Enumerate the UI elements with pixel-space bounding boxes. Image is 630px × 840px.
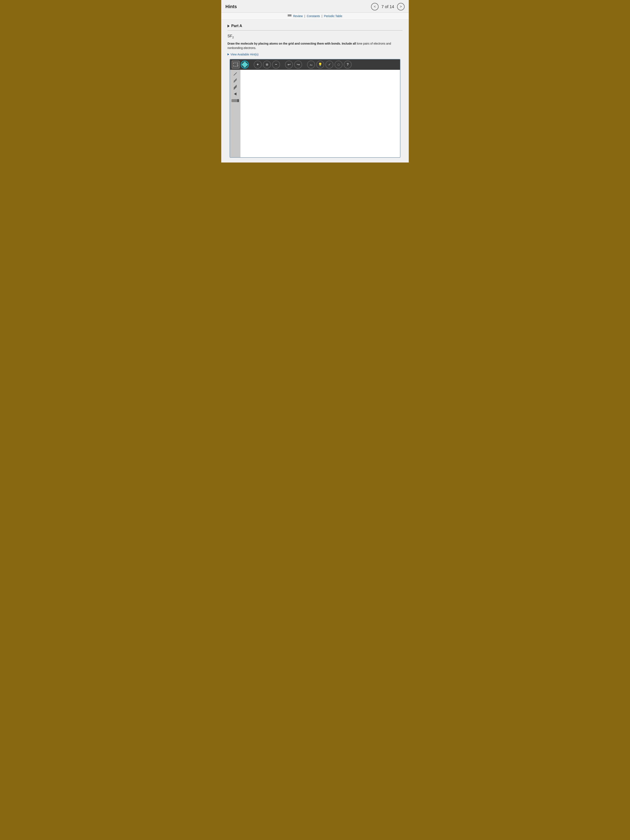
screen: Hints < 7 of 14 > Review | Constants | P…	[221, 0, 409, 163]
pagination-text: 7 of 14	[382, 5, 394, 9]
prev-button[interactable]: <	[371, 3, 379, 10]
content-area: Part A SF2 Draw the molecule by placing …	[221, 20, 409, 160]
canvas-wrapper	[230, 70, 400, 157]
periodic-table-link[interactable]: Periodic Table	[324, 14, 342, 18]
text-icon	[309, 63, 312, 66]
constants-link[interactable]: Constants	[307, 14, 320, 18]
undo-button[interactable]	[285, 61, 293, 68]
molecule-subscript: 2	[232, 36, 234, 39]
zoom-fit-icon	[265, 63, 268, 66]
review-icon	[288, 14, 292, 17]
review-links: Review | Constants | Periodic Table	[293, 14, 342, 18]
redo-button[interactable]	[294, 61, 302, 68]
help-button[interactable]	[344, 61, 352, 68]
double-bond-tool[interactable]	[232, 78, 239, 84]
pagination-controls: < 7 of 14 >	[371, 3, 404, 10]
more-options-icon: ◯	[338, 63, 340, 66]
separator-1: |	[305, 14, 306, 18]
bulb-icon	[318, 63, 322, 66]
part-label: Part A	[231, 24, 242, 28]
selector-icon	[233, 63, 238, 66]
lone-pair-icon	[232, 99, 239, 102]
next-button[interactable]: >	[397, 3, 404, 10]
single-bond-icon	[234, 72, 237, 76]
left-sidebar	[230, 70, 240, 157]
text-tool-button[interactable]	[307, 61, 315, 68]
separator-2: |	[322, 14, 323, 18]
review-link[interactable]: Review	[293, 14, 303, 18]
zoom-in-icon	[257, 62, 259, 67]
lone-pair-tool[interactable]	[232, 98, 239, 104]
hint-link[interactable]: View Available Hint(s)	[227, 53, 403, 56]
top-bar: Hints < 7 of 14 >	[221, 0, 409, 13]
eraser-tool-button[interactable]	[241, 61, 249, 68]
eraser-icon	[242, 61, 248, 68]
arrow-tool[interactable]	[232, 91, 239, 97]
triple-bond-icon	[233, 86, 237, 88]
check-button[interactable]	[325, 61, 333, 68]
review-bar: Review | Constants | Periodic Table	[221, 13, 409, 20]
arrow-icon	[234, 93, 237, 95]
hint-link-text: View Available Hint(s)	[231, 53, 259, 56]
zoom-in-button[interactable]	[254, 61, 262, 68]
redo-icon	[297, 62, 300, 67]
selector-tool-button[interactable]	[232, 61, 240, 68]
single-bond-tool[interactable]	[232, 71, 239, 77]
hints-title: Hints	[226, 4, 237, 9]
drawing-area: ◯	[230, 59, 400, 158]
more-options-button[interactable]: ◯	[335, 61, 343, 68]
instruction-text: Draw the molecule by placing atoms on th…	[227, 41, 403, 50]
triple-bond-tool[interactable]	[232, 84, 239, 90]
check-icon	[328, 63, 331, 66]
zoom-fit-button[interactable]	[263, 61, 271, 68]
canvas-surface[interactable]	[240, 70, 400, 157]
double-bond-icon	[233, 80, 237, 81]
hint-tool-button[interactable]	[316, 61, 324, 68]
molecule-label: SF2	[227, 34, 403, 39]
molecule-symbol: SF	[227, 34, 232, 38]
toolbar: ◯	[230, 59, 400, 70]
part-header: Part A	[227, 24, 403, 31]
hint-triangle-icon	[227, 53, 229, 55]
help-icon	[347, 63, 349, 66]
undo-icon	[287, 62, 291, 67]
collapse-triangle-icon[interactable]	[227, 25, 230, 27]
zoom-out-button[interactable]	[272, 61, 280, 68]
zoom-out-icon	[275, 62, 277, 67]
